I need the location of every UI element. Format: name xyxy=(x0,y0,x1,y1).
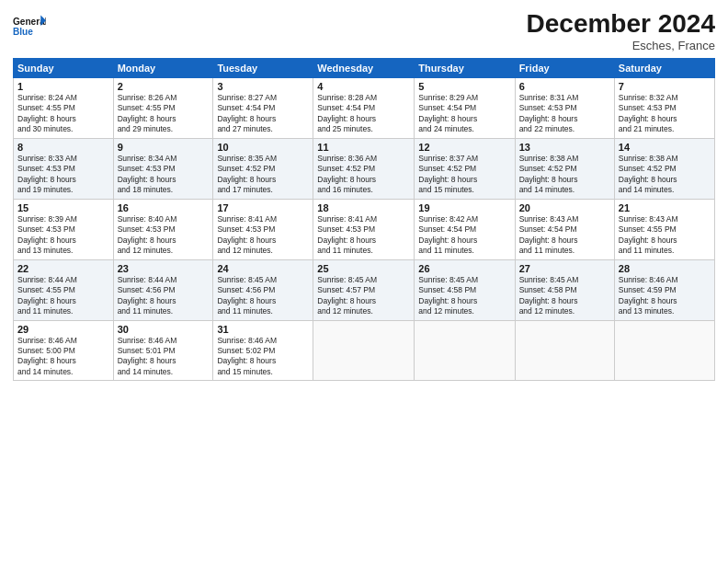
day-info: Sunrise: 8:41 AM Sunset: 4:53 PM Dayligh… xyxy=(317,214,410,257)
calendar-cell-w5-d2: 30Sunrise: 8:46 AM Sunset: 5:01 PM Dayli… xyxy=(113,320,213,381)
calendar-cell-w1-d7: 7Sunrise: 8:32 AM Sunset: 4:53 PM Daylig… xyxy=(614,78,714,139)
logo: General Blue xyxy=(13,9,46,42)
day-number: 11 xyxy=(317,142,410,153)
col-friday: Friday xyxy=(515,59,614,78)
day-info: Sunrise: 8:43 AM Sunset: 4:55 PM Dayligh… xyxy=(619,214,711,257)
calendar-cell-w4-d6: 27Sunrise: 8:45 AM Sunset: 4:58 PM Dayli… xyxy=(515,259,614,320)
calendar-cell-w1-d6: 6Sunrise: 8:31 AM Sunset: 4:53 PM Daylig… xyxy=(515,78,614,139)
calendar-cell-w2-d2: 9Sunrise: 8:34 AM Sunset: 4:53 PM Daylig… xyxy=(113,138,213,199)
day-number: 31 xyxy=(217,324,309,335)
day-info: Sunrise: 8:46 AM Sunset: 5:01 PM Dayligh… xyxy=(118,336,210,378)
day-number: 23 xyxy=(118,263,210,274)
title-block: December 2024 Esches, France xyxy=(527,9,715,52)
col-tuesday: Tuesday xyxy=(213,59,313,78)
day-info: Sunrise: 8:40 AM Sunset: 4:53 PM Dayligh… xyxy=(118,214,210,257)
svg-text:Blue: Blue xyxy=(13,27,33,37)
calendar-header-row: Sunday Monday Tuesday Wednesday Thursday… xyxy=(14,59,715,78)
day-number: 25 xyxy=(317,263,410,274)
day-number: 28 xyxy=(619,263,711,274)
day-info: Sunrise: 8:26 AM Sunset: 4:55 PM Dayligh… xyxy=(118,93,210,135)
header: General Blue December 2024 Esches, Franc… xyxy=(13,9,715,52)
month-title: December 2024 xyxy=(527,9,715,39)
calendar-cell-w1-d1: 1Sunrise: 8:24 AM Sunset: 4:55 PM Daylig… xyxy=(14,78,114,139)
calendar-cell-w3-d7: 21Sunrise: 8:43 AM Sunset: 4:55 PM Dayli… xyxy=(614,199,714,259)
day-info: Sunrise: 8:42 AM Sunset: 4:54 PM Dayligh… xyxy=(418,214,510,257)
day-info: Sunrise: 8:34 AM Sunset: 4:53 PM Dayligh… xyxy=(118,154,210,196)
calendar-cell-w4-d1: 22Sunrise: 8:44 AM Sunset: 4:55 PM Dayli… xyxy=(14,259,114,320)
day-number: 26 xyxy=(418,263,510,274)
day-info: Sunrise: 8:37 AM Sunset: 4:52 PM Dayligh… xyxy=(418,154,510,196)
day-number: 21 xyxy=(619,202,711,213)
day-number: 30 xyxy=(118,324,210,335)
calendar-cell-w2-d7: 14Sunrise: 8:38 AM Sunset: 4:52 PM Dayli… xyxy=(614,138,714,199)
day-info: Sunrise: 8:31 AM Sunset: 4:53 PM Dayligh… xyxy=(519,93,610,135)
calendar-cell-w1-d3: 3Sunrise: 8:27 AM Sunset: 4:54 PM Daylig… xyxy=(213,78,313,139)
calendar-cell-w5-d7 xyxy=(614,320,714,381)
day-info: Sunrise: 8:36 AM Sunset: 4:52 PM Dayligh… xyxy=(317,154,410,196)
calendar-cell-w4-d5: 26Sunrise: 8:45 AM Sunset: 4:58 PM Dayli… xyxy=(415,259,515,320)
day-info: Sunrise: 8:32 AM Sunset: 4:53 PM Dayligh… xyxy=(619,93,711,135)
day-info: Sunrise: 8:29 AM Sunset: 4:54 PM Dayligh… xyxy=(418,93,510,135)
day-number: 6 xyxy=(519,81,610,92)
day-info: Sunrise: 8:38 AM Sunset: 4:52 PM Dayligh… xyxy=(619,154,711,196)
day-info: Sunrise: 8:33 AM Sunset: 4:53 PM Dayligh… xyxy=(17,154,109,196)
day-info: Sunrise: 8:46 AM Sunset: 4:59 PM Dayligh… xyxy=(619,275,711,317)
calendar-week-2: 8Sunrise: 8:33 AM Sunset: 4:53 PM Daylig… xyxy=(14,138,715,199)
day-number: 4 xyxy=(317,81,410,92)
calendar-cell-w5-d1: 29Sunrise: 8:46 AM Sunset: 5:00 PM Dayli… xyxy=(14,320,114,381)
day-number: 8 xyxy=(17,142,109,153)
day-number: 5 xyxy=(418,81,510,92)
day-number: 18 xyxy=(317,202,410,213)
day-info: Sunrise: 8:43 AM Sunset: 4:54 PM Dayligh… xyxy=(519,214,610,257)
day-number: 15 xyxy=(17,202,109,213)
calendar-cell-w4-d2: 23Sunrise: 8:44 AM Sunset: 4:56 PM Dayli… xyxy=(113,259,213,320)
day-info: Sunrise: 8:45 AM Sunset: 4:58 PM Dayligh… xyxy=(519,275,610,317)
day-number: 27 xyxy=(519,263,610,274)
calendar-cell-w3-d2: 16Sunrise: 8:40 AM Sunset: 4:53 PM Dayli… xyxy=(113,199,213,259)
day-info: Sunrise: 8:45 AM Sunset: 4:56 PM Dayligh… xyxy=(217,275,309,317)
day-info: Sunrise: 8:46 AM Sunset: 5:00 PM Dayligh… xyxy=(17,336,109,378)
day-number: 7 xyxy=(619,81,711,92)
day-info: Sunrise: 8:28 AM Sunset: 4:54 PM Dayligh… xyxy=(317,93,410,135)
day-number: 12 xyxy=(418,142,510,153)
day-info: Sunrise: 8:24 AM Sunset: 4:55 PM Dayligh… xyxy=(17,93,109,135)
day-info: Sunrise: 8:39 AM Sunset: 4:53 PM Dayligh… xyxy=(17,214,109,257)
day-number: 9 xyxy=(118,142,210,153)
calendar-week-5: 29Sunrise: 8:46 AM Sunset: 5:00 PM Dayli… xyxy=(14,320,715,381)
day-number: 14 xyxy=(619,142,711,153)
day-number: 10 xyxy=(217,142,309,153)
logo-svg: General Blue xyxy=(13,9,46,42)
day-info: Sunrise: 8:27 AM Sunset: 4:54 PM Dayligh… xyxy=(217,93,309,135)
calendar-cell-w3-d4: 18Sunrise: 8:41 AM Sunset: 4:53 PM Dayli… xyxy=(313,199,415,259)
calendar-cell-w5-d3: 31Sunrise: 8:46 AM Sunset: 5:02 PM Dayli… xyxy=(213,320,313,381)
calendar-week-4: 22Sunrise: 8:44 AM Sunset: 4:55 PM Dayli… xyxy=(14,259,715,320)
calendar-cell-w1-d4: 4Sunrise: 8:28 AM Sunset: 4:54 PM Daylig… xyxy=(313,78,415,139)
calendar-cell-w3-d1: 15Sunrise: 8:39 AM Sunset: 4:53 PM Dayli… xyxy=(14,199,114,259)
calendar-cell-w2-d6: 13Sunrise: 8:38 AM Sunset: 4:52 PM Dayli… xyxy=(515,138,614,199)
calendar-cell-w5-d5 xyxy=(415,320,515,381)
page: General Blue December 2024 Esches, Franc… xyxy=(0,0,728,563)
day-number: 1 xyxy=(17,81,109,92)
calendar-week-3: 15Sunrise: 8:39 AM Sunset: 4:53 PM Dayli… xyxy=(14,199,715,259)
day-info: Sunrise: 8:35 AM Sunset: 4:52 PM Dayligh… xyxy=(217,154,309,196)
calendar-cell-w4-d3: 24Sunrise: 8:45 AM Sunset: 4:56 PM Dayli… xyxy=(213,259,313,320)
calendar-cell-w1-d2: 2Sunrise: 8:26 AM Sunset: 4:55 PM Daylig… xyxy=(113,78,213,139)
day-number: 24 xyxy=(217,263,309,274)
day-info: Sunrise: 8:44 AM Sunset: 4:56 PM Dayligh… xyxy=(118,275,210,317)
calendar-cell-w1-d5: 5Sunrise: 8:29 AM Sunset: 4:54 PM Daylig… xyxy=(415,78,515,139)
day-number: 16 xyxy=(118,202,210,213)
day-number: 29 xyxy=(17,324,109,335)
day-info: Sunrise: 8:45 AM Sunset: 4:58 PM Dayligh… xyxy=(418,275,510,317)
calendar-cell-w3-d6: 20Sunrise: 8:43 AM Sunset: 4:54 PM Dayli… xyxy=(515,199,614,259)
day-info: Sunrise: 8:46 AM Sunset: 5:02 PM Dayligh… xyxy=(217,336,309,378)
day-number: 22 xyxy=(17,263,109,274)
calendar-cell-w4-d7: 28Sunrise: 8:46 AM Sunset: 4:59 PM Dayli… xyxy=(614,259,714,320)
col-wednesday: Wednesday xyxy=(313,59,415,78)
calendar-cell-w2-d5: 12Sunrise: 8:37 AM Sunset: 4:52 PM Dayli… xyxy=(415,138,515,199)
day-number: 17 xyxy=(217,202,309,213)
day-number: 2 xyxy=(118,81,210,92)
col-monday: Monday xyxy=(113,59,213,78)
calendar-cell-w5-d6 xyxy=(515,320,614,381)
col-sunday: Sunday xyxy=(14,59,114,78)
day-number: 13 xyxy=(519,142,610,153)
